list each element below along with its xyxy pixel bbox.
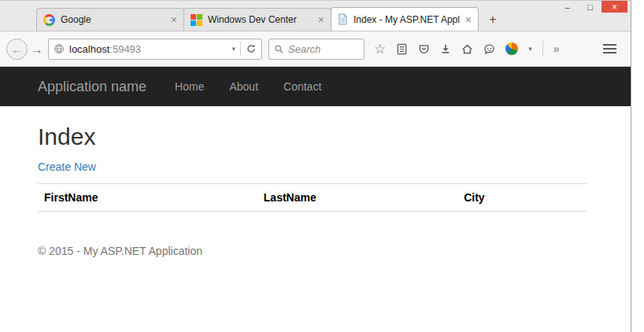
- reload-icon[interactable]: [246, 43, 257, 54]
- tab-label: Google: [61, 14, 165, 25]
- pocket-icon[interactable]: [418, 43, 430, 55]
- create-new-link[interactable]: Create New: [38, 160, 96, 173]
- window-controls: – □ ×: [556, 1, 627, 13]
- hello-chat-icon[interactable]: [483, 43, 495, 55]
- title-bar: – □ × Google × Windows Dev Center ×: [0, 1, 631, 31]
- tab-google[interactable]: Google ×: [36, 8, 184, 31]
- url-port: :59493: [109, 43, 141, 55]
- footer-text: © 2015 - My ASP.NET Application: [38, 245, 587, 257]
- addon-dropdown-icon[interactable]: ▾: [528, 45, 532, 53]
- tab-close-icon[interactable]: ×: [171, 14, 177, 25]
- brand-link[interactable]: Application name: [38, 79, 146, 95]
- bookmarks-list-icon[interactable]: [396, 43, 408, 55]
- home-icon[interactable]: [461, 43, 473, 55]
- table-header-row: FirstName LastName City: [38, 184, 587, 212]
- url-host: localhost: [69, 43, 109, 55]
- tab-index-aspnet[interactable]: Index - My ASP.NET Appl... ×: [331, 7, 479, 31]
- nav-contact-link[interactable]: Contact: [283, 80, 321, 93]
- tab-close-icon[interactable]: ×: [465, 14, 472, 25]
- menu-hamburger-icon[interactable]: [603, 44, 616, 53]
- toolbar-divider: [542, 41, 543, 57]
- url-text: localhost:59493: [69, 43, 227, 55]
- nav-home-link[interactable]: Home: [175, 80, 204, 93]
- url-bar-divider: [240, 42, 241, 56]
- site-navbar: Application name Home About Contact: [0, 67, 631, 106]
- browser-window: – □ × Google × Windows Dev Center ×: [0, 0, 631, 332]
- url-bar[interactable]: localhost:59493 ▾: [48, 39, 262, 60]
- page-content: Application name Home About Contact Inde…: [0, 67, 631, 332]
- toolbar-icons: ☆ ▾ »: [374, 41, 560, 57]
- data-table: FirstName LastName City: [38, 183, 587, 212]
- col-lastname: LastName: [257, 184, 457, 212]
- google-favicon-icon: [43, 14, 55, 26]
- bookmark-star-icon[interactable]: ☆: [374, 42, 386, 56]
- nav-about-link[interactable]: About: [229, 80, 258, 93]
- overflow-chevron-icon[interactable]: »: [553, 42, 560, 55]
- col-firstname: FirstName: [38, 184, 257, 212]
- site-identity-globe-icon: [54, 43, 65, 54]
- page-title: Index: [38, 124, 587, 150]
- col-city: City: [457, 184, 587, 212]
- screen: – □ × Google × Windows Dev Center ×: [0, 0, 644, 332]
- tab-bar: Google × Windows Dev Center × Index - My…: [36, 7, 503, 31]
- maximize-button[interactable]: □: [579, 1, 601, 13]
- tab-windows-dev-center[interactable]: Windows Dev Center ×: [183, 8, 331, 31]
- tab-close-icon[interactable]: ×: [318, 14, 324, 25]
- url-dropdown-icon[interactable]: ▾: [231, 45, 235, 53]
- windows-favicon-icon: [191, 14, 202, 26]
- tab-label: Windows Dev Center: [208, 14, 313, 25]
- tab-label: Index - My ASP.NET Appl...: [353, 14, 460, 25]
- back-button[interactable]: ←: [6, 39, 28, 60]
- page-favicon-icon: [338, 13, 348, 25]
- search-bar[interactable]: [268, 39, 365, 60]
- forward-button[interactable]: →: [29, 41, 45, 57]
- navigation-toolbar: ← → localhost:59493 ▾ ☆: [0, 31, 631, 67]
- new-tab-button[interactable]: +: [483, 10, 503, 29]
- downloads-icon[interactable]: [440, 43, 451, 54]
- main-area: Index Create New FirstName LastName City…: [0, 124, 631, 257]
- addon-icon[interactable]: [505, 42, 518, 55]
- minimize-button[interactable]: –: [556, 1, 579, 13]
- search-input[interactable]: [288, 43, 359, 55]
- close-button[interactable]: ×: [601, 1, 627, 13]
- search-icon: [274, 44, 284, 54]
